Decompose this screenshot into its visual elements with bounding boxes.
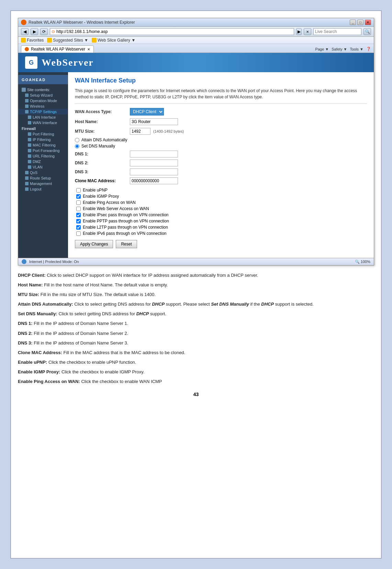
tcpip-label: TCP/IP Settings — [30, 110, 57, 114]
host-name-row: Host Name: — [75, 118, 367, 125]
sidebar-item-ip-filtering[interactable]: IP Filtering — [18, 137, 68, 142]
ip-filtering-label: IP Filtering — [33, 138, 51, 142]
host-name-input[interactable] — [130, 118, 178, 125]
sidebar-item-lan[interactable]: LAN Interface — [18, 114, 68, 120]
dns1-input[interactable] — [130, 151, 178, 157]
firewall-label: Firewall — [22, 127, 36, 131]
sidebar-item-wireless[interactable]: Wireless — [18, 103, 68, 109]
status-left: Internet | Protected Mode: On — [22, 259, 79, 264]
upnp-checkbox[interactable] — [76, 188, 81, 193]
page-description: This page is used to configure the param… — [75, 88, 367, 104]
refresh-button[interactable]: ⟳ — [40, 28, 48, 35]
suggested-sites-button[interactable]: Suggested Sites ▼ — [47, 38, 88, 43]
sidebar-item-tcpip[interactable]: TCP/IP Settings — [18, 109, 68, 114]
forward-button[interactable]: ▶ — [31, 28, 38, 35]
igmp-row: Enable IGMP Proxy — [75, 194, 367, 199]
igmp-label: Enable IGMP Proxy — [83, 194, 119, 199]
ipv6-checkbox[interactable] — [76, 231, 81, 236]
site-contents-text: Site contents: — [27, 88, 50, 92]
browser-tab[interactable]: Realtek WLAN AP Webserver ✕ — [21, 45, 94, 53]
mtu-size-label: MTU Size: — [75, 129, 130, 134]
reset-button[interactable]: Reset — [116, 240, 137, 248]
attain-dns-radio[interactable] — [75, 138, 79, 142]
sidebar: GOAHEAD Site contents: Setup Wizard Oper… — [18, 72, 68, 258]
checkbox-group: Enable uPNP Enable IGMP Proxy Enable Pin… — [75, 188, 367, 236]
igmp-checkbox[interactable] — [76, 194, 81, 199]
go-button[interactable]: ▶ — [296, 28, 302, 35]
set-dns-text: Click to select getting DNS address for … — [58, 311, 166, 316]
maximize-button[interactable]: □ — [357, 20, 363, 25]
dns1-row: DNS 1: — [75, 151, 367, 157]
set-dns-radio[interactable] — [75, 144, 79, 149]
desc-upnp: Enable uPNP: Click the checkbox to enabl… — [18, 359, 374, 366]
minimize-button[interactable]: _ — [350, 20, 356, 25]
sidebar-item-logout[interactable]: Logout — [18, 186, 68, 192]
browser-window: Realtek WLAN AP Webserver - Windows Inte… — [18, 18, 374, 265]
apply-changes-button[interactable]: Apply Changes — [75, 240, 113, 248]
sidebar-item-vlan[interactable]: VLAN — [18, 164, 68, 170]
l2tp-checkbox[interactable] — [76, 225, 81, 230]
goahead-logo: GOAHEAD — [18, 75, 68, 84]
help-button[interactable]: ❓ — [366, 47, 371, 51]
tab-label: Realtek WLAN AP Webserver — [31, 47, 85, 52]
sidebar-item-wan[interactable]: WAN Interface — [18, 120, 68, 125]
ipsec-checkbox[interactable] — [76, 213, 81, 217]
favorites-button[interactable]: Favorites — [21, 38, 44, 43]
ping-text: Click the checkbox to enable WAN ICMP — [81, 379, 162, 384]
sidebar-item-route-setup[interactable]: Route Setup — [18, 175, 68, 181]
upnp-label: Enable uPNP — [83, 188, 108, 193]
search-input[interactable] — [313, 28, 361, 35]
ipv6-label: Enable IPv6 pass through on VPN connecti… — [83, 231, 167, 236]
web-slice-button[interactable]: Web Slice Gallery ▼ — [92, 38, 135, 43]
desc-set-dns: Set DNS Manually: Click to select gettin… — [18, 310, 374, 318]
page-button[interactable]: Page ▼ — [315, 47, 329, 51]
dns2-label: DNS 2: — [75, 161, 130, 165]
sidebar-item-dmz[interactable]: DMZ — [18, 159, 68, 164]
dns3-term: DNS 3: — [18, 340, 33, 346]
page-number: 43 — [18, 392, 374, 397]
sidebar-item-url-filtering[interactable]: URL Filtering — [18, 153, 68, 159]
attain-dns-label: Attain DNS Automatically — [81, 138, 127, 142]
tab-icon — [25, 47, 29, 51]
dns3-row: DNS 3: — [75, 168, 367, 175]
mtu-size-input[interactable] — [130, 128, 150, 135]
sidebar-item-mac-filtering[interactable]: MAC Filtering — [18, 142, 68, 148]
close-button[interactable]: ✕ — [365, 20, 371, 25]
desc-igmp: Enable IGMP Proxy: Click the checkbox to… — [18, 368, 374, 376]
dns2-input[interactable] — [130, 160, 178, 166]
safety-button[interactable]: Safety ▼ — [332, 47, 347, 51]
sidebar-item-port-forwarding[interactable]: Port Forwarding — [18, 148, 68, 153]
stop-button[interactable]: ✕ — [304, 28, 311, 35]
tab-toolbar: Page ▼ Safety ▼ Tools ▼ ❓ — [315, 47, 371, 53]
pptp-checkbox[interactable] — [76, 219, 81, 223]
back-button[interactable]: ◀ — [21, 28, 29, 35]
tools-button[interactable]: Tools ▼ — [350, 47, 363, 51]
desc-host-name: Host Name: Fill in the host name of Host… — [18, 281, 374, 289]
sidebar-item-operation-mode[interactable]: Operation Mode — [18, 98, 68, 103]
wan-access-type-select[interactable]: DHCP Client — [130, 108, 164, 116]
sidebar-item-management[interactable]: Management — [18, 181, 68, 186]
sidebar-item-firewall[interactable]: Firewall — [18, 125, 68, 131]
tcpip-icon — [25, 110, 29, 113]
port-forwarding-icon — [28, 149, 31, 152]
setup-wizard-icon — [25, 94, 29, 97]
search-go-button[interactable]: 🔍 — [363, 28, 371, 35]
desc-dns3: DNS 3: Fill in the IP address of Domain … — [18, 339, 374, 347]
site-contents-icon — [22, 88, 26, 92]
sidebar-item-setup-wizard[interactable]: Setup Wizard — [18, 92, 68, 98]
address-bar[interactable]: ⊙ http://192.168.1.1/home.asp — [50, 28, 294, 35]
tab-close-icon[interactable]: ✕ — [87, 47, 90, 51]
dns3-input[interactable] — [130, 168, 178, 175]
sidebar-item-qos[interactable]: QoS — [18, 170, 68, 175]
page-container: Realtek WLAN AP Webserver - Windows Inte… — [10, 10, 382, 559]
dns3-label: DNS 3: — [75, 169, 130, 174]
web-checkbox[interactable] — [76, 207, 81, 211]
ping-row: Enable Ping Access on WAN — [75, 200, 367, 205]
set-dns-row: Set DNS Manually — [75, 144, 367, 149]
sidebar-item-port-filtering[interactable]: Port Filtering — [18, 131, 68, 137]
clone-mac-term: Clone MAC Address: — [18, 350, 62, 355]
clone-mac-input[interactable] — [130, 177, 178, 184]
zoom-level: 🔍 100% — [355, 260, 370, 264]
ping-checkbox[interactable] — [76, 200, 81, 205]
mac-filtering-icon — [28, 143, 31, 147]
